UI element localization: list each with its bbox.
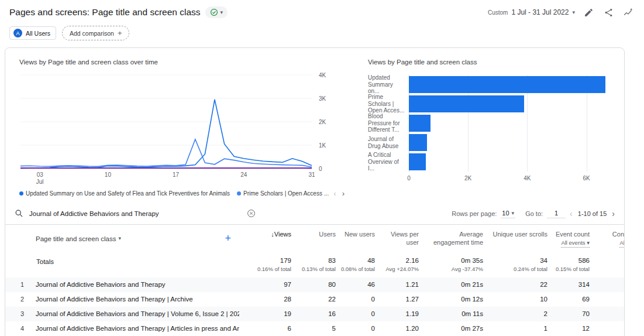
table-header-row: Page title and screen class ▾ + ↓ViewsUs… — [5, 225, 625, 251]
legend-prev-button[interactable]: ‹ — [333, 189, 336, 198]
date-range-picker[interactable]: Custom 1 Jul - 31 Jul 2022 ▾ — [488, 8, 575, 16]
bar — [409, 134, 427, 151]
legend-items: Updated Summary on Use and Safety of Fle… — [19, 190, 329, 197]
bar-chart: Updated Summary on...Prime Scholars | Op… — [368, 75, 610, 172]
svg-text:0: 0 — [319, 166, 322, 172]
column-event-filter[interactable]: All events ▾ — [619, 239, 625, 247]
row-value: 1.19 — [375, 310, 419, 317]
svg-text:2K: 2K — [319, 119, 326, 125]
column-label: Users — [319, 230, 336, 238]
row-value: 22 — [483, 281, 547, 288]
bar-category-label: Prime Scholars | Open Acces... — [368, 94, 409, 114]
bar-x-axis: 02K4K6K — [409, 175, 610, 183]
row-page-title: Journal of Addictive Behaviors and Thera… — [29, 296, 239, 303]
bar-row — [409, 152, 610, 172]
column-header-users[interactable]: Users — [291, 230, 336, 248]
date-range-text: 1 Jul - 31 Jul 2022 — [511, 8, 569, 16]
totals-cell: 0m 35sAvg -37.47% — [419, 257, 483, 272]
table-search[interactable]: Journal of Addictive Behaviors and Thera… — [15, 209, 256, 218]
charts-section: Views by Page title and screen class ove… — [5, 48, 624, 198]
rows-per-page-select[interactable]: 10 ▾ — [501, 208, 515, 218]
bar-category-label: Blood Pressure for Different T... — [368, 114, 409, 133]
insights-button[interactable] — [622, 6, 635, 19]
column-header-page-title[interactable]: Page title and screen class ▾ + — [5, 230, 239, 248]
column-label: Unique user scrolls — [493, 230, 547, 238]
add-comparison-chip[interactable]: Add comparison + — [62, 26, 129, 40]
legend-label: Prime Scholars | Open Access Journals | … — [243, 190, 329, 197]
totals-subtext: 0.16% of total — [257, 266, 291, 272]
row-page-title: Journal of Addictive Behaviors and Thera… — [29, 281, 239, 288]
goto-page-input[interactable]: 1 — [547, 208, 566, 218]
table-toolbar: Journal of Addictive Behaviors and Thera… — [5, 203, 624, 225]
row-value: 46 — [336, 281, 375, 288]
column-header-new-users[interactable]: New users — [336, 230, 375, 248]
bar — [409, 115, 431, 132]
column-header-conversions[interactable]: ConversionsAll events ▾ — [590, 230, 625, 248]
bar-row — [409, 133, 610, 152]
data-table: Page title and screen class ▾ + ↓ViewsUs… — [5, 225, 625, 336]
line-series — [20, 100, 312, 168]
comparison-chips-row: A All Users Add comparison + — [0, 25, 644, 47]
table-row: 2Journal of Addictive Behaviors and Ther… — [5, 292, 625, 307]
insights-icon — [623, 7, 633, 18]
row-value: 2 — [483, 310, 547, 317]
row-page-title: Journal of Addictive Behaviors and Thera… — [29, 310, 239, 317]
row-value: 0m 12s — [419, 296, 483, 303]
column-header-unique-user-scrolls[interactable]: Unique user scrolls — [483, 230, 547, 248]
prev-page-button[interactable]: ‹ — [570, 209, 573, 218]
totals-subtext: 0.13% of total — [302, 266, 336, 272]
report-status-badge[interactable]: ▾ — [205, 6, 228, 18]
totals-rank-spacer — [5, 257, 29, 272]
svg-text:4K: 4K — [319, 72, 326, 78]
share-button[interactable] — [602, 6, 615, 19]
row-page-title: Journal of Addictive Behaviors and Thera… — [29, 325, 239, 332]
column-header-event-count[interactable]: Event countAll events ▾ — [547, 230, 590, 248]
bar-axis-tick: 2K — [464, 175, 471, 181]
table-row: 1Journal of Addictive Behaviors and Ther… — [5, 277, 625, 292]
add-dimension-button[interactable]: + — [225, 232, 231, 245]
svg-text:17: 17 — [173, 172, 180, 178]
column-header-views[interactable]: ↓Views — [239, 230, 291, 248]
totals-cell: 830.13% of total — [291, 257, 336, 272]
totals-subtext: Avg -37.47% — [452, 266, 483, 272]
all-users-chip[interactable]: A All Users — [9, 26, 56, 40]
totals-value: 179 — [280, 257, 291, 264]
totals-value: 48 — [367, 257, 375, 264]
table-body: 1Journal of Addictive Behaviors and Ther… — [5, 277, 625, 336]
column-header-views-per-user[interactable]: Views per user — [375, 230, 419, 248]
top-bar: Pages and screens: Page title and screen… — [0, 0, 644, 25]
svg-text:10: 10 — [105, 172, 112, 178]
bar — [409, 76, 605, 93]
clear-search-icon[interactable] — [247, 209, 256, 218]
totals-cell — [590, 257, 625, 272]
next-page-button[interactable]: › — [612, 209, 615, 218]
row-value: 314 — [547, 281, 590, 288]
column-header-average-engagement-time[interactable]: Average engagement time — [419, 230, 483, 248]
totals-value: 83 — [328, 257, 336, 264]
table-row: 4Journal of Addictive Behaviors and Ther… — [5, 321, 625, 336]
rows-per-page-label: Rows per page: — [452, 210, 497, 217]
bar — [409, 153, 426, 170]
customize-report-button[interactable] — [582, 6, 595, 19]
line-series — [20, 139, 312, 167]
svg-text:03: 03 — [37, 172, 44, 178]
legend-nav: ‹ › — [333, 189, 345, 198]
totals-cell: 340.24% of total — [483, 257, 547, 272]
legend-label: Updated Summary on Use and Safety of Fle… — [26, 190, 230, 197]
page-title-column-label: Page title and screen class — [36, 235, 116, 242]
totals-subtext: 0.24% of total — [514, 266, 547, 272]
search-input[interactable]: Journal of Addictive Behaviors and Thera… — [29, 210, 247, 217]
bar-row — [409, 75, 610, 94]
totals-value: 34 — [540, 257, 547, 264]
bar-axis-tick: 6K — [583, 175, 590, 181]
row-value: 12 — [547, 325, 590, 332]
row-value: 28 — [239, 296, 291, 303]
bar-category-label: Journal of Drug Abuse — [368, 133, 409, 152]
bar-row — [409, 114, 610, 133]
column-label: ↓Views — [271, 230, 291, 238]
row-value: 10 — [483, 296, 547, 303]
bar-labels: Updated Summary on...Prime Scholars | Op… — [368, 75, 409, 172]
totals-value: 0m 35s — [461, 257, 483, 264]
column-event-filter[interactable]: All events ▾ — [561, 239, 590, 247]
row-value: 0m 11s — [419, 310, 483, 317]
